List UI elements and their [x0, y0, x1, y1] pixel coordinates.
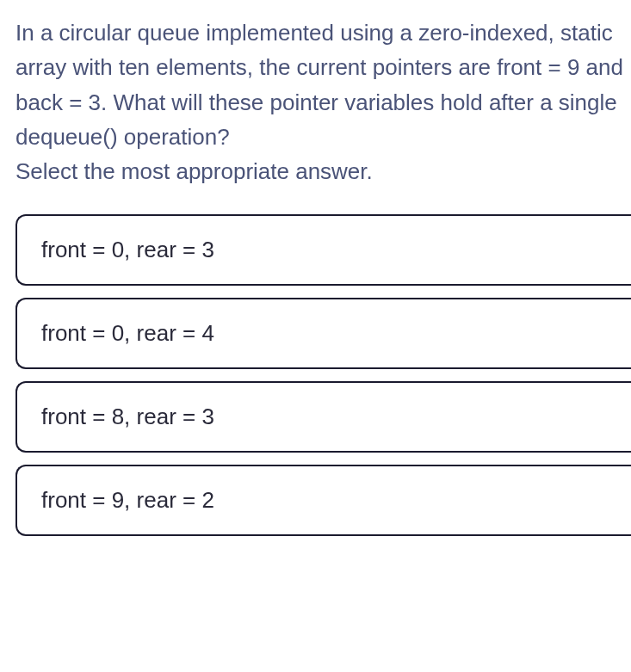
options-list: front = 0, rear = 3 front = 0, rear = 4 … — [15, 214, 631, 536]
option-1[interactable]: front = 0, rear = 4 — [15, 298, 631, 369]
option-2[interactable]: front = 8, rear = 3 — [15, 381, 631, 453]
option-3[interactable]: front = 9, rear = 2 — [15, 465, 631, 536]
question-instruction: Select the most appropriate answer. — [15, 158, 373, 184]
option-label: front = 8, rear = 3 — [41, 404, 214, 429]
option-label: front = 9, rear = 2 — [41, 487, 214, 513]
option-label: front = 0, rear = 3 — [41, 237, 214, 262]
question-body: In a circular queue implemented using a … — [15, 20, 623, 150]
option-0[interactable]: front = 0, rear = 3 — [15, 214, 631, 286]
question-prompt: In a circular queue implemented using a … — [15, 15, 631, 188]
option-label: front = 0, rear = 4 — [41, 320, 214, 346]
